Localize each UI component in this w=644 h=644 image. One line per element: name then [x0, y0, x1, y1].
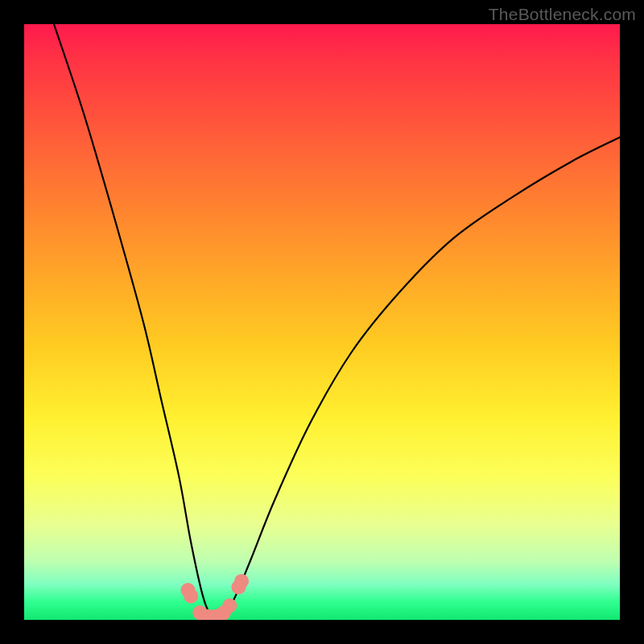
watermark-text: TheBottleneck.com: [489, 5, 636, 24]
chart-frame: TheBottleneck.com: [0, 0, 644, 644]
data-markers: [181, 574, 250, 620]
data-marker: [184, 588, 198, 603]
data-marker: [234, 574, 249, 588]
data-marker: [222, 598, 237, 613]
bottleneck-curve: [54, 24, 620, 619]
chart-svg: [24, 24, 620, 620]
plot-area: [24, 24, 620, 620]
